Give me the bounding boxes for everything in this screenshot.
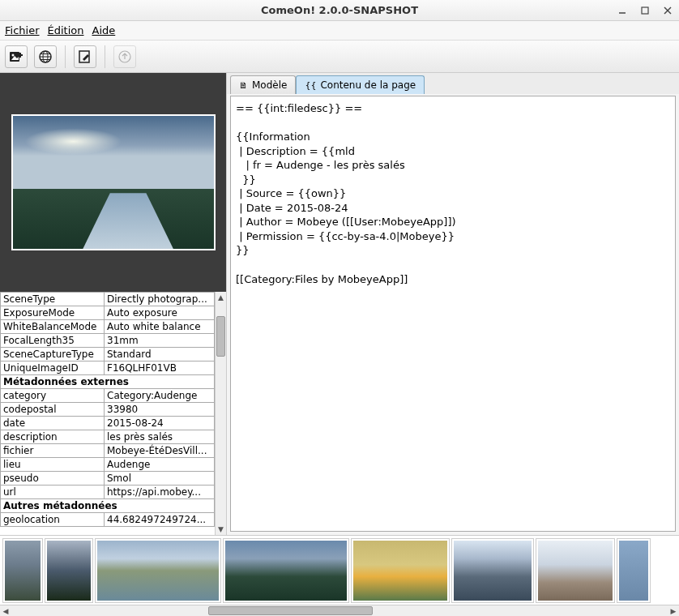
table-row[interactable]: UniqueImageIDF16QLHF01VB xyxy=(1,361,215,375)
scroll-up-button[interactable]: ▲ xyxy=(216,292,226,303)
tab-model-label: Modèle xyxy=(252,79,287,91)
upload-icon xyxy=(117,49,132,64)
braces-icon: {{ xyxy=(305,80,316,91)
table-row[interactable]: urlhttps://api.mobey... xyxy=(1,486,215,499)
table-row[interactable]: WhiteBalanceModeAuto white balance xyxy=(1,320,215,334)
table-row[interactable]: geolocation44.682497249724... xyxy=(1,513,215,527)
svg-point-5 xyxy=(12,53,15,56)
thumbnail-1[interactable] xyxy=(3,539,42,602)
metadata-value: Mobeye-ÉtéDesVill... xyxy=(105,444,215,458)
table-row[interactable]: date2015-08-24 xyxy=(1,417,215,430)
metadata-key: SceneType xyxy=(1,293,105,306)
scroll-down-button[interactable]: ▼ xyxy=(216,524,226,535)
thumbnail-strip: ◀ ▶ xyxy=(0,535,679,616)
menu-edit[interactable]: Édition xyxy=(48,24,84,36)
metadata-value: 2015-08-24 xyxy=(105,417,215,430)
metadata-table-scroll[interactable]: SceneTypeDirectly photograp...ExposureMo… xyxy=(0,292,215,535)
tab-content-label: Contenu de la page xyxy=(320,79,416,91)
table-row[interactable]: SceneTypeDirectly photograp... xyxy=(1,293,215,306)
table-row[interactable]: categoryCategory:Audenge xyxy=(1,389,215,403)
close-button[interactable] xyxy=(661,4,674,17)
section-header-label: Métadonnées externes xyxy=(1,375,215,389)
thumbnail-5[interactable] xyxy=(352,539,449,602)
thumbnail-2[interactable] xyxy=(45,539,92,602)
table-row[interactable]: ExposureModeAuto exposure xyxy=(1,306,215,320)
metadata-key: ExposureMode xyxy=(1,306,105,320)
table-row[interactable]: FocalLength3531mm xyxy=(1,334,215,348)
window-controls xyxy=(616,4,674,17)
metadata-key: codepostal xyxy=(1,403,105,417)
metadata-value: 33980 xyxy=(105,403,215,417)
metadata-key: SceneCaptureType xyxy=(1,348,105,361)
hscroll-track[interactable] xyxy=(11,605,668,616)
metadata-key: url xyxy=(1,486,105,499)
metadata-value: Audenge xyxy=(105,458,215,472)
metadata-section-header: Autres métadonnées xyxy=(1,499,215,513)
thumbnail-6[interactable] xyxy=(452,539,533,602)
thumbnail-7[interactable] xyxy=(536,539,614,602)
metadata-key: geolocation xyxy=(1,513,105,527)
tab-model[interactable]: 🗎 Modèle xyxy=(230,75,296,94)
edit-button[interactable] xyxy=(74,45,96,68)
metadata-value: Standard xyxy=(105,348,215,361)
thumbnail-4[interactable] xyxy=(224,539,348,602)
picture-plus-icon xyxy=(9,49,23,64)
metadata-key: category xyxy=(1,389,105,403)
metadata-key: description xyxy=(1,430,105,444)
thumbnail-8[interactable] xyxy=(617,539,650,602)
toolbar-separator xyxy=(105,45,105,68)
main-area: SceneTypeDirectly photograp...ExposureMo… xyxy=(0,73,679,535)
scroll-right-button[interactable]: ▶ xyxy=(668,605,679,616)
hscroll-thumb[interactable] xyxy=(208,606,373,615)
toolbar-separator xyxy=(65,45,66,68)
metadata-key: pseudo xyxy=(1,472,105,486)
minimize-button[interactable] xyxy=(616,4,629,17)
metadata-key: WhiteBalanceMode xyxy=(1,320,105,334)
thumbnail-3[interactable] xyxy=(96,539,220,602)
metadata-key: fichier xyxy=(1,444,105,458)
maximize-button[interactable] xyxy=(638,4,651,17)
image-preview[interactable] xyxy=(11,114,216,250)
menu-file[interactable]: Fichier xyxy=(5,24,40,36)
menubar: Fichier Édition Aide xyxy=(0,21,679,41)
menu-help[interactable]: Aide xyxy=(92,24,115,36)
page-content-editor[interactable]: == {{int:filedesc}} == {{Information | D… xyxy=(230,96,676,532)
table-row[interactable]: fichierMobeye-ÉtéDesVill... xyxy=(1,444,215,458)
metadata-value: Category:Audenge xyxy=(105,389,215,403)
metadata-value: les près salés xyxy=(105,430,215,444)
scroll-thumb[interactable] xyxy=(216,316,225,357)
left-pane: SceneTypeDirectly photograp...ExposureMo… xyxy=(0,73,227,535)
tab-page-content[interactable]: {{ Contenu de la page xyxy=(296,75,425,94)
vertical-scrollbar[interactable]: ▲ ▼ xyxy=(215,292,226,535)
metadata-key: FocalLength35 xyxy=(1,334,105,348)
metadata-table: SceneTypeDirectly photograp...ExposureMo… xyxy=(0,292,215,527)
preview-area xyxy=(0,73,226,292)
metadata-section-header: Métadonnées externes xyxy=(1,375,215,389)
metadata-value: Auto exposure xyxy=(105,306,215,320)
thumbnail-row[interactable] xyxy=(0,536,679,605)
table-row[interactable]: codepostal33980 xyxy=(1,403,215,417)
window-title: ComeOn! 2.0.0-SNAPSHOT xyxy=(261,4,418,16)
scroll-left-button[interactable]: ◀ xyxy=(0,605,11,616)
table-row[interactable]: SceneCaptureTypeStandard xyxy=(1,348,215,361)
document-icon: 🗎 xyxy=(239,80,248,91)
horizontal-scrollbar[interactable]: ◀ ▶ xyxy=(0,605,679,616)
metadata-key: date xyxy=(1,417,105,430)
toolbar xyxy=(0,41,679,73)
table-row[interactable]: descriptionles près salés xyxy=(1,430,215,444)
metadata-value: Auto white balance xyxy=(105,320,215,334)
metadata-value: Smol xyxy=(105,472,215,486)
section-header-label: Autres métadonnées xyxy=(1,499,215,513)
metadata-value: 44.682497249724... xyxy=(105,513,215,527)
table-row[interactable]: pseudoSmol xyxy=(1,472,215,486)
metadata-key: lieu xyxy=(1,458,105,472)
web-browser-button[interactable] xyxy=(34,45,57,68)
metadata-value: F16QLHF01VB xyxy=(105,361,215,375)
app-window: ComeOn! 2.0.0-SNAPSHOT Fichier Édition A… xyxy=(0,0,679,616)
metadata-panel: SceneTypeDirectly photograp...ExposureMo… xyxy=(0,292,226,535)
table-row[interactable]: lieuAudenge xyxy=(1,458,215,472)
metadata-value: https://api.mobey... xyxy=(105,486,215,499)
edit-icon xyxy=(78,49,92,64)
metadata-value: 31mm xyxy=(105,334,215,348)
add-images-button[interactable] xyxy=(5,45,28,68)
